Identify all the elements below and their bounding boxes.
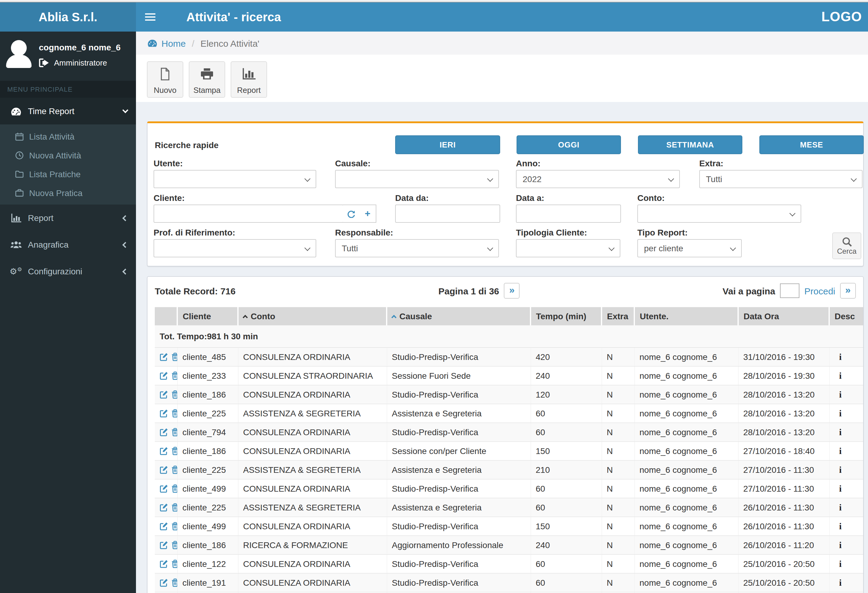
stampa-button[interactable]: Stampa — [189, 61, 225, 98]
logo-text: LOGO — [821, 9, 862, 25]
causale-select[interactable] — [335, 170, 499, 188]
delete-icon[interactable] — [171, 522, 177, 531]
sidebar-item-anagrafica[interactable]: Anagrafica — [0, 231, 136, 258]
cell-conto: CONSULENZA ORDINARIA — [238, 385, 387, 404]
brand-logo[interactable]: Ablia S.r.l. — [0, 3, 136, 32]
delete-icon[interactable] — [171, 372, 177, 380]
info-icon[interactable]: i — [834, 502, 846, 513]
info-icon[interactable]: i — [834, 408, 846, 419]
edit-icon[interactable] — [159, 372, 168, 380]
col-data-ora[interactable]: Data Ora — [738, 307, 829, 325]
info-icon[interactable]: i — [834, 465, 846, 475]
goto-page-input[interactable] — [780, 283, 799, 298]
delete-icon[interactable] — [171, 560, 177, 568]
info-icon[interactable]: i — [834, 540, 846, 550]
sidebar-item-time-report[interactable]: Time Report — [0, 98, 136, 124]
prof-riferimento-select[interactable] — [154, 239, 316, 257]
info-icon[interactable]: i — [834, 389, 846, 400]
col-tempo[interactable]: Tempo (min) — [530, 307, 602, 325]
goto-page-button[interactable]: » — [840, 283, 856, 299]
tipologia-cliente-select[interactable] — [516, 239, 620, 257]
cell-causale: Studio-Predisp-Verifica — [387, 348, 530, 366]
cell-utente: nome_6 cognome_6 — [634, 441, 738, 460]
edit-icon[interactable] — [159, 560, 168, 568]
nuovo-button[interactable]: Nuovo — [147, 61, 183, 98]
col-extra[interactable]: Extra — [602, 307, 634, 325]
cerca-button[interactable]: Cerca — [832, 233, 861, 259]
sidebar-item-label: Lista Pratiche — [29, 169, 81, 179]
edit-icon[interactable] — [159, 484, 168, 493]
edit-icon[interactable] — [159, 428, 168, 437]
info-icon[interactable]: i — [834, 484, 846, 494]
conto-select[interactable] — [637, 205, 801, 223]
cliente-input[interactable] — [154, 205, 344, 223]
cell-utente: nome_6 cognome_6 — [634, 366, 738, 385]
delete-icon[interactable] — [171, 484, 177, 493]
info-icon[interactable]: i — [834, 427, 846, 437]
tipo-report-select[interactable]: per cliente — [637, 239, 742, 257]
report-button[interactable]: Report — [231, 61, 267, 98]
cell-utente: nome_6 cognome_6 — [634, 479, 738, 498]
sidebar-item-lista-attivita[interactable]: Lista Attività — [0, 127, 136, 146]
delete-icon[interactable] — [171, 541, 177, 549]
info-icon[interactable]: i — [834, 352, 846, 362]
delete-icon[interactable] — [171, 447, 177, 455]
col-utente[interactable]: Utente. — [634, 307, 738, 325]
breadcrumb-home-link[interactable]: Home — [147, 38, 186, 48]
delete-icon[interactable] — [171, 466, 177, 474]
delete-icon[interactable] — [171, 409, 177, 417]
edit-icon[interactable] — [159, 353, 168, 361]
delete-icon[interactable] — [171, 503, 177, 512]
cell-utente: nome_6 cognome_6 — [634, 460, 738, 479]
col-causale[interactable]: Causale — [387, 307, 530, 325]
edit-icon[interactable] — [159, 578, 168, 587]
info-icon[interactable]: i — [834, 578, 846, 588]
plus-icon: + — [365, 208, 371, 219]
data-a-input[interactable] — [516, 205, 621, 223]
next-page-button[interactable]: » — [504, 283, 520, 299]
responsabile-select[interactable]: Tutti — [335, 239, 499, 257]
quick-mese-button[interactable]: MESE — [759, 135, 864, 154]
edit-icon[interactable] — [159, 409, 168, 417]
sidebar-item-report[interactable]: Report — [0, 205, 136, 231]
info-icon[interactable]: i — [834, 370, 846, 381]
info-icon[interactable]: i — [834, 446, 846, 456]
cliente-add-button[interactable]: + — [359, 205, 376, 223]
col-cliente[interactable]: Cliente — [177, 307, 238, 325]
delete-icon[interactable] — [171, 428, 177, 437]
delete-icon[interactable] — [171, 390, 177, 399]
edit-icon[interactable] — [159, 541, 168, 549]
sidebar-item-label: Lista Attività — [29, 131, 74, 141]
total-time-row: Tot. Tempo:981 h 30 min — [155, 325, 863, 348]
extra-select[interactable]: Tutti — [699, 170, 862, 188]
utente-select[interactable] — [154, 170, 316, 188]
anno-select[interactable]: 2022 — [516, 170, 680, 188]
edit-icon[interactable] — [159, 466, 168, 474]
sidebar-item-configurazioni[interactable]: ⚙⚙ Configurazioni — [0, 258, 136, 285]
quick-ieri-button[interactable]: IERI — [395, 135, 500, 154]
procedi-link[interactable]: Procedi — [804, 286, 835, 296]
edit-icon[interactable] — [159, 390, 168, 399]
sidebar-toggle-icon[interactable] — [145, 3, 169, 32]
data-da-input[interactable] — [395, 205, 500, 223]
quick-oggi-button[interactable]: OGGI — [517, 135, 621, 154]
table-row: cliente_191 CONSULENZA ORDINARIA Studio-… — [155, 573, 863, 592]
cell-cliente: cliente_186 — [177, 535, 238, 555]
delete-icon[interactable] — [171, 578, 177, 587]
sidebar-item-lista-pratiche[interactable]: Lista Pratiche — [0, 164, 136, 183]
edit-icon[interactable] — [159, 503, 168, 512]
col-conto[interactable]: Conto — [238, 307, 387, 325]
edit-icon[interactable] — [159, 447, 168, 455]
delete-icon[interactable] — [171, 353, 177, 361]
cell-extra: N — [602, 366, 634, 385]
logout-icon[interactable] — [39, 58, 49, 67]
cliente-refresh-button[interactable] — [343, 205, 360, 223]
cell-extra: N — [602, 423, 634, 441]
info-icon[interactable]: i — [834, 521, 846, 531]
info-icon[interactable]: i — [834, 559, 846, 569]
quick-settimana-button[interactable]: SETTIMANA — [638, 135, 743, 154]
col-desc[interactable]: Desc — [829, 307, 863, 325]
sidebar-item-nuova-attivita[interactable]: Nuova Attività — [0, 146, 136, 164]
sidebar-item-nuova-pratica[interactable]: Nuova Pratica — [0, 183, 136, 202]
edit-icon[interactable] — [159, 522, 168, 531]
